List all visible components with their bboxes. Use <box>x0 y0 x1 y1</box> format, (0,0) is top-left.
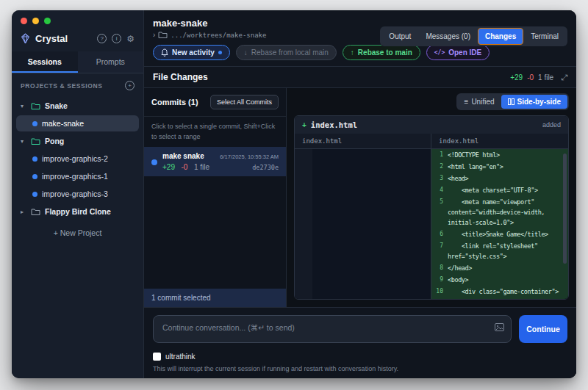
commits-hint: Click to select a single commit, Shift+C… <box>144 116 286 147</box>
expand-icon[interactable]: ⤢ <box>561 73 567 82</box>
folder-icon <box>31 208 40 216</box>
diff-file-card: + index.html added index.html index.html <box>294 115 569 300</box>
commit-date: 6/17/2025, 10:55:32 AM <box>220 154 279 160</box>
sidebar-tabs: Sessions Prompts <box>12 51 143 73</box>
conversation-input[interactable] <box>153 315 512 343</box>
zoom-button[interactable] <box>44 18 51 24</box>
file-changes-title: File Changes <box>153 72 510 82</box>
sidebar-item-improve-graphics-3[interactable]: improve-graphics-3 <box>16 186 139 202</box>
session-label: improve-graphics-3 <box>42 189 108 198</box>
activity-dot <box>218 51 222 54</box>
commit-message: make snake <box>162 152 204 160</box>
diff-line: 9<body> <box>431 274 568 286</box>
bell-icon <box>161 48 168 57</box>
new-activity-button[interactable]: New activity <box>153 45 230 60</box>
side-by-side-icon <box>508 98 514 105</box>
added-file-icon: + <box>302 121 306 129</box>
code-icon: </> <box>434 49 445 56</box>
diff-line: 5 <meta name="viewport" content="width=d… <box>431 196 568 228</box>
continue-button[interactable]: Continue <box>519 315 567 343</box>
chevron-right-icon[interactable]: ▸ <box>21 209 26 215</box>
diff-left-header: index.html <box>295 134 431 149</box>
help-icon[interactable]: ? <box>97 34 107 43</box>
session-status-dot <box>32 156 37 162</box>
diff-left-gutter <box>295 149 312 299</box>
diff-scrollbar[interactable] <box>563 154 567 264</box>
chevron-down-icon[interactable]: ▾ <box>21 138 26 145</box>
session-header: make-snake › .../worktrees/make-snake Ne… <box>144 10 576 66</box>
sidebar: Crystal ? i ⚙ Sessions Prompts PROJECTS … <box>12 10 144 378</box>
diff-line: 3<head> <box>431 173 568 184</box>
add-project-icon[interactable]: + <box>125 81 135 90</box>
session-actions: New activity ↓ Rebase from local main ↑ … <box>153 45 567 60</box>
chevron-right-icon: › <box>153 31 155 39</box>
commits-panel: Commits (1) Select All Commits Click to … <box>144 88 287 307</box>
diff-right-header: index.html <box>431 134 568 149</box>
app-window: Crystal ? i ⚙ Sessions Prompts PROJECTS … <box>12 10 576 378</box>
arrow-up-icon: ↑ <box>351 48 354 57</box>
window-controls <box>12 10 143 27</box>
composer-helper-text: This will interrupt the current session … <box>153 365 567 372</box>
settings-gear-icon[interactable]: ⚙ <box>126 35 135 43</box>
sidebar-item-improve-graphics-2[interactable]: improve-graphics-2 <box>16 151 139 167</box>
diff-file-header[interactable]: + index.html added <box>295 116 568 134</box>
sidebar-item-flappy-bird-clone[interactable]: ▸ Flappy Bird Clone <box>16 203 139 220</box>
session-status-dot <box>32 174 37 179</box>
diff-line: 8</head> <box>431 262 568 274</box>
ultrathink-checkbox[interactable] <box>153 353 161 361</box>
commit-row[interactable]: make snake 6/17/2025, 10:55:32 AM +29 -0… <box>144 147 286 176</box>
tab-prompts[interactable]: Prompts <box>78 51 144 73</box>
chevron-down-icon[interactable]: ▾ <box>21 103 26 109</box>
attach-image-icon[interactable] <box>495 323 504 331</box>
open-ide-button[interactable]: </> Open IDE <box>426 45 490 60</box>
session-label: improve-graphics-1 <box>42 172 108 181</box>
session-label: improve-graphics-2 <box>42 154 108 163</box>
tab-sessions[interactable]: Sessions <box>12 51 78 73</box>
view-tab-bar: Output Messages (0) Changes Terminal <box>380 26 567 46</box>
diff-panel: ≡ Unified Side-by-side + index.html adde… <box>287 88 576 307</box>
session-status-dot <box>32 121 37 126</box>
close-button[interactable] <box>21 18 27 24</box>
worktree-path: .../worktrees/make-snake <box>171 32 266 39</box>
commits-selected-footer: 1 commit selected <box>144 289 286 307</box>
commits-title: Commits (1) <box>151 98 198 106</box>
app-brand: Crystal ? i ⚙ <box>12 27 143 51</box>
sidebar-item-pong[interactable]: ▾ Pong <box>16 133 139 149</box>
projects-section-title: PROJECTS & SESSIONS <box>21 82 103 90</box>
sidebar-item-improve-graphics-1[interactable]: improve-graphics-1 <box>16 168 139 184</box>
commit-status-dot <box>151 159 157 165</box>
session-label: make-snake <box>42 119 84 128</box>
crystal-logo-icon <box>21 33 30 44</box>
sidebar-item-snake[interactable]: ▾ Snake <box>16 98 139 114</box>
new-project-button[interactable]: + New Project <box>16 221 139 248</box>
commit-files: 1 file <box>194 163 209 171</box>
projects-section-header: PROJECTS & SESSIONS + <box>12 73 143 95</box>
tab-messages[interactable]: Messages (0) <box>418 28 478 45</box>
additions-count: +29 <box>510 73 523 82</box>
ultrathink-label: ultrathink <box>165 353 196 361</box>
sidebar-item-make-snake[interactable]: make-snake <box>16 115 139 131</box>
project-tree: ▾ Snake make-snake ▾ Pong improve-graphi… <box>12 95 143 378</box>
diff-line: 10 <div class="game-container"> <box>431 286 568 297</box>
diff-file-name: index.html <box>311 120 538 129</box>
side-by-side-view-button[interactable]: Side-by-side <box>501 95 567 109</box>
file-status-badge: added <box>542 121 561 129</box>
diff-left-pane <box>295 149 431 299</box>
files-count: 1 file <box>538 73 553 82</box>
project-label: Pong <box>45 137 64 145</box>
minimize-button[interactable] <box>32 18 39 24</box>
info-icon[interactable]: i <box>112 34 121 43</box>
rebase-from-main-button[interactable]: ↓ Rebase from local main <box>236 45 337 60</box>
diff-right-pane: 1<!DOCTYPE html> 2<html lang="en"> 3<hea… <box>431 149 568 299</box>
tab-terminal[interactable]: Terminal <box>523 28 566 45</box>
select-all-commits-button[interactable]: Select All Commits <box>210 95 279 109</box>
rebase-to-main-button[interactable]: ↑ Rebase to main <box>343 45 420 60</box>
tab-changes[interactable]: Changes <box>478 28 523 45</box>
unified-view-button[interactable]: ≡ Unified <box>458 95 501 109</box>
app-title: Crystal <box>35 33 92 44</box>
folder-icon <box>158 31 168 39</box>
commit-hash: de2730e <box>252 164 279 171</box>
unified-icon: ≡ <box>465 98 469 106</box>
diff-line: 7 <link rel="stylesheet" href="style.css… <box>431 240 568 262</box>
tab-output[interactable]: Output <box>381 28 418 45</box>
